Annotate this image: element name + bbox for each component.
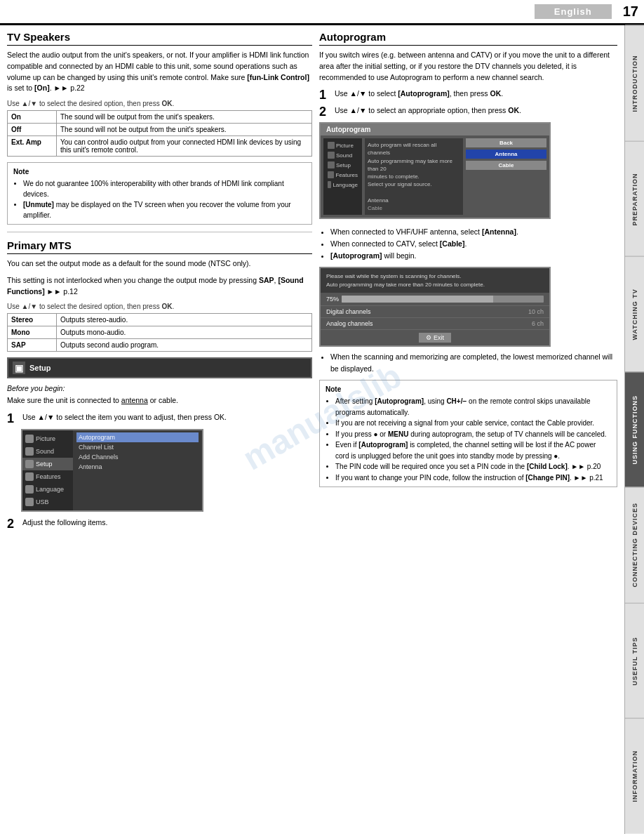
sidebar-tab-useful-tips[interactable]: USEFUL TIPS	[625, 603, 644, 719]
page-header: English 17	[0, 0, 644, 25]
before-begin-label: Before you begin:	[7, 384, 312, 392]
primary-mts-section: Primary MTS You can set the output mode …	[7, 239, 312, 352]
step2-number: 2	[7, 517, 18, 530]
tv-speakers-note-title: Note	[13, 166, 306, 177]
ap-menu-sound: Sound	[326, 150, 360, 160]
setup-screenshot-bar: ▣ Setup	[7, 357, 312, 378]
autoprogram-body: If you switch wires (e.g. between antenn…	[319, 50, 617, 83]
step1-text: Use ▲/▼ to select the item you want to a…	[22, 412, 312, 423]
autoprogram-note-box: Note After setting [Autoprogram], using …	[319, 380, 617, 487]
analog-value: 6 ch	[532, 320, 544, 327]
ap-antenna-button[interactable]: Antenna	[466, 150, 546, 159]
ap-note-6: If you want to change your PIN code, fol…	[335, 472, 611, 484]
picture-icon	[25, 435, 34, 443]
tv-speakers-note: Note We do not guarantee 100% interopera…	[7, 162, 312, 225]
exit-button[interactable]: ⚙ Exit	[419, 333, 451, 343]
setup-icon: ▣	[13, 362, 25, 374]
option-ext-amp-desc: You can control audio output from your c…	[57, 136, 312, 157]
menu-screenshot: Picture Sound Setup Features	[21, 429, 203, 512]
tv-speakers-instruction: Use ▲/▼ to select the desired option, th…	[7, 100, 312, 107]
progress-bar-row: 75%	[321, 293, 549, 305]
ap-cable-button[interactable]: Cable	[466, 161, 546, 170]
analog-channels-row: Analog channels 6 ch	[321, 317, 549, 329]
menu-item-usb: USB	[22, 496, 73, 508]
ap-note-3: If you press ● or MENU during autoprogra…	[335, 429, 611, 440]
section-divider-1	[7, 232, 312, 232]
ap-bullet-1: When connected to VHF/UHF antenna, selec…	[330, 226, 617, 238]
ap-screenshot-title: Autoprogram	[321, 124, 549, 135]
ap-step2-text: Use ▲/▼ to select an appropriate option,…	[335, 105, 617, 117]
ap-step1-row: 1 Use ▲/▼ to select [Autoprogram], then …	[319, 88, 617, 101]
note-item-2: [Unmute] may be displayed on the TV scre…	[23, 199, 306, 220]
primary-mts-body2: This setting is not interlocked when you…	[7, 275, 312, 298]
ap-step2-row: 2 Use ▲/▼ to select an appropriate optio…	[319, 105, 617, 118]
sidebar-tab-preparation[interactable]: PREPARATION	[625, 141, 644, 257]
primary-mts-table: Stereo Outputs stereo-audio. Mono Output…	[7, 313, 312, 352]
exit-row: ⚙ Exit	[321, 329, 549, 345]
tv-speakers-section: TV Speakers Select the audio output from…	[7, 31, 312, 225]
sidebar-tab-connecting-devices[interactable]: CONNECTING DEVICES	[625, 487, 644, 603]
setup-menu-icon	[25, 460, 34, 468]
ap-note-4: Even if [Autoprogram] is completed, the …	[335, 439, 611, 461]
ap-bullet-3: [Autoprogram] will begin.	[330, 250, 617, 262]
option-on-name: On	[8, 111, 57, 124]
language-label: English	[535, 4, 612, 19]
main-content: TV Speakers Select the audio output from…	[0, 25, 624, 540]
menu-item-sound: Sound	[22, 445, 73, 458]
digital-channels-row: Digital channels 10 ch	[321, 305, 549, 317]
language-icon	[25, 485, 34, 494]
right-column: Autoprogram If you switch wires (e.g. be…	[319, 31, 617, 534]
sidebar-tab-using-functions[interactable]: USING FUNCTIONS	[625, 372, 644, 488]
menu-item-language: Language	[22, 483, 73, 496]
menu-sidebar: Picture Sound Setup Features	[22, 430, 73, 510]
progress-bar-outer	[342, 296, 544, 303]
primary-mts-body1: You can set the output mode as a default…	[7, 258, 312, 270]
ap-note-2: If you are not receiving a signal from y…	[335, 418, 611, 429]
autoprogram-section: Autoprogram If you switch wires (e.g. be…	[319, 31, 617, 487]
ap-menu-language: Language	[326, 180, 360, 190]
autoprogram-screenshot: Autoprogram Picture Sound Setup	[319, 122, 551, 219]
progress-note: Please wait while the system is scanning…	[321, 268, 549, 292]
before-begin-text: Make sure the unit is connected to anten…	[7, 395, 312, 406]
ap-step2-num: 2	[319, 105, 330, 118]
sidebar-tab-watching-tv[interactable]: WATCHING TV	[625, 256, 644, 372]
primary-mts-instruction: Use ▲/▼ to select the desired option, th…	[7, 303, 312, 310]
ap-features-icon	[328, 171, 334, 178]
ap-sound-icon	[328, 152, 335, 159]
left-column: TV Speakers Select the audio output from…	[7, 31, 312, 534]
ap-menu-panel: Picture Sound Setup Features Languag	[323, 138, 362, 215]
ap-setup-icon	[328, 161, 335, 168]
exit-label: Exit	[434, 334, 444, 341]
ap-desc-panel: Auto program will rescan all channels Au…	[365, 138, 463, 215]
step2-row: 2 Adjust the following items.	[7, 517, 312, 530]
digital-label: Digital channels	[326, 308, 371, 315]
mts-stereo-desc: Outputs stereo-audio.	[57, 314, 312, 326]
ap-language-icon	[328, 181, 331, 188]
analog-label: Analog channels	[326, 320, 373, 327]
submenu-autoprogram: Autoprogram	[76, 432, 199, 442]
after-progress-bullet: When the scanning and memorizing are com…	[330, 351, 617, 375]
tv-speakers-title: TV Speakers	[7, 31, 312, 46]
setup-label: Setup	[29, 364, 51, 372]
sidebar-tab-information[interactable]: INFORMATION	[625, 718, 644, 834]
submenu-antenna: Antenna	[76, 462, 199, 472]
ap-back-button[interactable]: Back	[466, 138, 546, 147]
sidebar: INTRODUCTION PREPARATION WATCHING TV USI…	[624, 25, 644, 834]
submenu-add-channels: Add Channels	[76, 452, 199, 462]
autoprogram-bullets: When connected to VHF/UHF antenna, selec…	[319, 226, 617, 261]
autoprogram-note-title: Note	[326, 384, 611, 395]
mts-stereo-name: Stereo	[8, 314, 57, 326]
ap-note-5: The PIN code will be required once you s…	[335, 461, 611, 472]
ap-step1-num: 1	[319, 88, 330, 101]
menu-item-picture: Picture	[22, 432, 73, 445]
after-progress-bullets: When the scanning and memorizing are com…	[319, 351, 617, 375]
option-off-desc: The sound will not be output from the un…	[57, 124, 312, 136]
step2-text: Adjust the following items.	[22, 517, 312, 529]
progress-screenshot: Please wait while the system is scanning…	[319, 267, 551, 346]
step1-row: 1 Use ▲/▼ to select the item you want to…	[7, 412, 312, 425]
tv-speakers-table: On The sound will be output from the uni…	[7, 110, 312, 157]
ap-bullet-2: When connected to CATV, select [Cable].	[330, 238, 617, 250]
ap-screenshot-body: Picture Sound Setup Features Languag	[321, 135, 549, 218]
menu-item-setup: Setup	[22, 458, 73, 470]
sidebar-tab-introduction[interactable]: INTRODUCTION	[625, 25, 644, 141]
